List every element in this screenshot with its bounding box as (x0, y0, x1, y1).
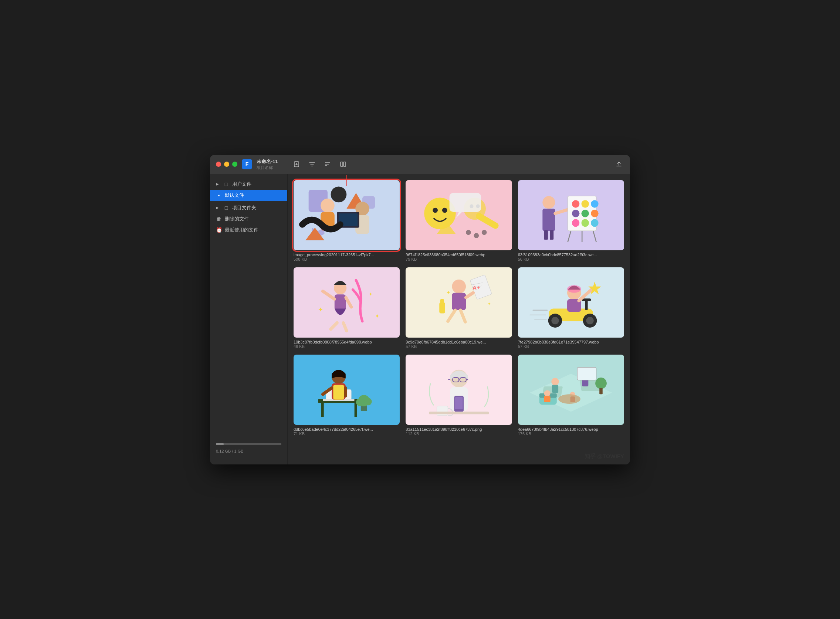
svg-line-54 (346, 298, 351, 307)
svg-point-43 (581, 210, 589, 217)
svg-point-39 (572, 200, 580, 208)
upload-button[interactable] (614, 159, 624, 169)
svg-point-22 (442, 208, 447, 213)
image-thumbnail[interactable] (518, 180, 624, 250)
image-filename: image_processing20201117-32651-vf7pk7... (294, 253, 400, 257)
minimize-button[interactable] (224, 161, 229, 167)
svg-point-40 (581, 200, 589, 208)
svg-text:A+: A+ (472, 284, 480, 291)
svg-rect-99 (333, 385, 344, 400)
list-item[interactable]: ddbc6e5bade0e4c377dd22af04265e7f.we... 7… (294, 354, 400, 436)
list-item[interactable]: 7fe27982b0b830e3fd61e71e39547797.webp 57… (518, 267, 624, 349)
list-item[interactable]: 63f8109383a0cb0bdc8577532ad2f93c.we... 5… (518, 180, 624, 262)
svg-point-30 (466, 230, 471, 235)
svg-point-42 (572, 210, 580, 217)
image-filesize: 56 KB (518, 257, 624, 262)
svg-point-87 (567, 285, 581, 293)
sidebar-item-default-files[interactable]: ▪ 默认文件 (210, 190, 287, 201)
list-item[interactable]: 点击图片 (294, 180, 400, 262)
list-item[interactable]: ✦ ✦ ✦ 10b3c87fb0dcfb0808f78955d4fda098.w… (294, 267, 400, 349)
image-filename: 10b3c87fb0dcfb0808f78955d4fda098.webp (294, 340, 400, 344)
traffic-lights (216, 161, 238, 167)
sidebar-label-project-folder: 项目文件夹 (232, 205, 256, 211)
svg-text:✦: ✦ (369, 292, 373, 297)
svg-rect-36 (550, 230, 553, 240)
list-item[interactable]: 9674f1825c633680b354ed650f518f09.webp 79… (406, 180, 512, 262)
svg-text:✦: ✦ (487, 301, 491, 307)
svg-text:✦: ✦ (446, 290, 451, 295)
image-thumbnail[interactable] (518, 354, 624, 425)
svg-point-46 (581, 219, 589, 227)
image-grid: 点击图片 (294, 180, 624, 436)
svg-rect-7 (344, 162, 346, 166)
svg-point-31 (474, 233, 479, 238)
image-thumbnail[interactable]: ✦ ✦ ✦ (294, 267, 400, 338)
sort-button[interactable] (322, 159, 333, 169)
columns-button[interactable] (338, 159, 348, 169)
sidebar-item-recent-files[interactable]: ⏰ 最近使用的文件 (210, 224, 287, 236)
image-filesize: 71 KB (294, 432, 400, 436)
svg-rect-26 (449, 193, 481, 212)
image-filesize: 46 KB (294, 344, 400, 349)
image-filesize: 508 KB (294, 257, 400, 262)
svg-line-56 (344, 323, 347, 330)
svg-rect-116 (552, 385, 558, 393)
storage-indicator: 0.12 GB / 1 GB (210, 440, 287, 460)
sidebar: ▶ □ 用户文件 ▪ 默认文件 ▶ □ 项目文件夹 🗑 删除的文件 (210, 174, 288, 464)
image-filesize: 112 KB (406, 432, 512, 436)
sidebar-item-deleted-files[interactable]: 🗑 删除的文件 (210, 213, 287, 224)
window-title: 未命名-11 (257, 158, 278, 165)
svg-rect-35 (544, 230, 548, 240)
image-thumbnail[interactable] (406, 180, 512, 250)
image-filename: 4dea6673f9b4fb43a291cc581307c876.webp (518, 427, 624, 432)
svg-point-129 (558, 394, 580, 404)
svg-line-49 (593, 231, 596, 242)
list-item[interactable]: 83a11511ec381a2f898ff8210ce6737c.png 112… (406, 354, 512, 436)
svg-rect-61 (452, 293, 466, 310)
image-filename: 63f8109383a0cb0bdc8577532ad2f93c.we... (518, 253, 624, 257)
svg-point-115 (551, 378, 559, 386)
image-filesize: 176 KB (518, 432, 624, 436)
svg-point-32 (482, 230, 487, 235)
svg-point-21 (433, 208, 438, 213)
image-filesize: 57 KB (406, 344, 512, 349)
svg-point-95 (356, 398, 364, 406)
image-thumbnail[interactable] (406, 354, 512, 425)
list-item[interactable]: A+ ✦ ✦ (406, 267, 512, 349)
svg-point-47 (591, 219, 599, 227)
svg-point-96 (365, 398, 372, 406)
image-thumbnail[interactable]: A+ ✦ ✦ (406, 267, 512, 338)
image-thumbnail[interactable] (294, 354, 400, 425)
sidebar-item-user-files[interactable]: ▶ □ 用户文件 (210, 179, 287, 190)
arrow-icon: ▶ (216, 182, 219, 186)
app-icon: F (242, 159, 252, 169)
window-subtitle: 项目名称 (257, 165, 278, 170)
add-button[interactable] (291, 159, 302, 169)
titlebar: F 未命名-11 项目名称 (210, 155, 630, 174)
svg-point-122 (544, 390, 550, 396)
svg-point-45 (572, 219, 580, 227)
svg-point-41 (591, 200, 599, 208)
storage-bar-background (216, 443, 281, 445)
sidebar-item-project-folder[interactable]: ▶ □ 项目文件夹 (210, 202, 287, 213)
svg-rect-112 (429, 411, 489, 414)
close-button[interactable] (216, 161, 221, 167)
svg-rect-70 (440, 299, 444, 303)
svg-rect-6 (341, 162, 343, 166)
image-filename: 9674f1825c633680b354ed650f518f09.webp (406, 253, 512, 257)
svg-point-77 (586, 317, 594, 324)
svg-rect-90 (354, 403, 357, 417)
image-thumbnail[interactable] (518, 267, 624, 338)
image-filename: 7fe27982b0b830e3fd61e71e39547797.webp (518, 340, 624, 344)
clock-icon: ⏰ (216, 227, 222, 233)
maximize-button[interactable] (232, 161, 238, 167)
image-filename: 83a11511ec381a2f898ff8210ce6737c.png (406, 427, 512, 432)
sidebar-section-project: ▶ □ 项目文件夹 🗑 删除的文件 ⏰ 最近使用的文件 (210, 202, 287, 236)
svg-rect-28 (475, 212, 500, 230)
filter-button[interactable] (307, 159, 317, 169)
trash-icon: 🗑 (216, 216, 222, 222)
svg-line-68 (460, 310, 465, 322)
image-thumbnail[interactable] (294, 180, 400, 250)
svg-point-12 (321, 199, 335, 212)
list-item[interactable]: 4dea6673f9b4fb43a291cc581307c876.webp 17… (518, 354, 624, 436)
